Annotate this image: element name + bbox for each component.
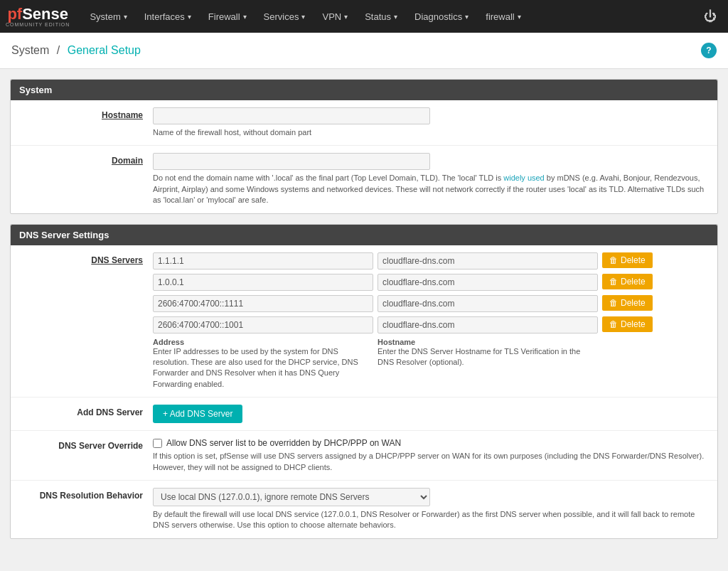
dns-servers-label: DNS Servers <box>11 252 153 390</box>
dns-servers-row: DNS Servers 🗑 Delete 🗑 <box>11 245 717 398</box>
nav-system-arrow: ▾ <box>124 13 127 21</box>
dns-addr-3[interactable] <box>153 316 373 333</box>
help-icon[interactable]: ? <box>701 43 717 58</box>
dns-server-row-0: 🗑 Delete <box>153 252 710 270</box>
system-section-header: System <box>11 80 717 100</box>
logo-pf: pfSense <box>7 6 68 22</box>
dns-server-row-3: 🗑 Delete <box>153 316 710 333</box>
dns-delete-2[interactable]: 🗑 Delete <box>602 295 653 311</box>
nav-status-arrow: ▾ <box>394 13 397 21</box>
dns-delete-1[interactable]: 🗑 Delete <box>602 274 653 289</box>
nav-interfaces[interactable]: Interfaces ▾ <box>136 0 200 33</box>
dns-delete-3[interactable]: 🗑 Delete <box>602 316 653 332</box>
nav-services[interactable]: Services ▾ <box>255 0 314 33</box>
nav-firewall-user[interactable]: firewall ▾ <box>477 0 529 33</box>
hostname-label: Hostname <box>11 107 153 138</box>
breadcrumb: System / General Setup <box>11 44 141 57</box>
dns-section: DNS Server Settings DNS Servers 🗑 Delete <box>10 224 718 539</box>
hostname-label-link[interactable]: Hostname <box>102 110 143 120</box>
dns-addr-1[interactable] <box>153 274 373 291</box>
dns-servers-content: 🗑 Delete 🗑 Delete <box>153 252 717 390</box>
logo: pfSense Community Edition <box>6 6 70 27</box>
dns-delete-0[interactable]: 🗑 Delete <box>602 252 653 268</box>
nav-diagnostics-arrow: ▾ <box>465 13 469 21</box>
dns-host-0[interactable] <box>378 252 598 270</box>
dns-resolution-select[interactable]: Use local DNS (127.0.0.1), ignore remote… <box>153 488 430 506</box>
dns-addr-0[interactable] <box>153 252 373 270</box>
nav-services-arrow: ▾ <box>301 13 305 21</box>
dns-host-1[interactable] <box>378 274 598 291</box>
domain-hint-highlight: widely used <box>503 174 544 182</box>
dns-resolution-row: DNS Resolution Behavior Use local DNS (1… <box>11 481 717 538</box>
system-section: System Hostname Name of the firewall hos… <box>10 79 718 214</box>
dns-override-checkbox[interactable] <box>153 439 162 448</box>
page-title: General Setup <box>68 44 141 56</box>
nav-firewall[interactable]: Firewall ▾ <box>200 0 255 33</box>
trash-icon-1: 🗑 <box>609 277 618 287</box>
trash-icon-2: 🗑 <box>609 298 618 308</box>
nav-vpn[interactable]: VPN ▾ <box>314 0 356 33</box>
dns-section-header: DNS Server Settings <box>11 225 717 245</box>
logo-sub: Community Edition <box>6 22 70 27</box>
add-dns-label: Add DNS Server <box>11 405 153 423</box>
addr-col-header: Address <box>153 338 373 346</box>
dns-resolution-hint: By default the firewall will use local D… <box>153 509 710 531</box>
nav-firewall-user-arrow: ▾ <box>518 13 521 21</box>
addr-col-hint: Enter IP addresses to be used by the sys… <box>153 346 373 390</box>
host-col-header: Hostname <box>378 338 598 346</box>
trash-icon-3: 🗑 <box>609 319 618 329</box>
dns-override-content: Allow DNS server list to be overridden b… <box>153 438 717 473</box>
dns-addr-2[interactable] <box>153 295 373 312</box>
add-dns-row: Add DNS Server + Add DNS Server <box>11 397 717 431</box>
nav-vpn-arrow: ▾ <box>344 13 348 21</box>
dns-resolution-content: Use local DNS (127.0.0.1), ignore remote… <box>153 488 717 531</box>
domain-label: Domain <box>11 153 153 206</box>
dns-col-headers: Address Enter IP addresses to be used by… <box>153 338 710 390</box>
dns-server-row-2: 🗑 Delete <box>153 295 710 312</box>
breadcrumb-parent[interactable]: System <box>11 44 49 56</box>
dns-host-3[interactable] <box>378 316 598 333</box>
domain-content: Do not end the domain name with '.local'… <box>153 153 717 206</box>
dns-override-long-hint: If this option is set, pfSense will use … <box>153 451 710 473</box>
dns-override-row: DNS Server Override Allow DNS server lis… <box>11 431 717 481</box>
breadcrumb-sep: / <box>57 44 60 56</box>
add-dns-button[interactable]: + Add DNS Server <box>153 405 242 423</box>
hostname-input[interactable] <box>153 107 430 124</box>
navbar: pfSense Community Edition System ▾ Inter… <box>0 0 728 33</box>
hostname-hint: Name of the firewall host, without domai… <box>153 127 710 138</box>
dns-servers-label-link[interactable]: DNS Servers <box>91 255 143 265</box>
domain-input[interactable] <box>153 153 430 170</box>
nav-diagnostics[interactable]: Diagnostics ▾ <box>406 0 477 33</box>
domain-hint: Do not end the domain name with '.local'… <box>153 173 710 206</box>
nav-system[interactable]: System ▾ <box>81 0 135 33</box>
add-dns-content: + Add DNS Server <box>153 405 717 423</box>
dns-server-row-1: 🗑 Delete <box>153 274 710 291</box>
dns-host-2[interactable] <box>378 295 598 312</box>
dns-override-hint: Allow DNS server list to be overridden b… <box>166 438 401 448</box>
nav-status[interactable]: Status ▾ <box>356 0 406 33</box>
breadcrumb-bar: System / General Setup ? <box>0 33 728 69</box>
trash-icon-0: 🗑 <box>609 255 618 265</box>
hostname-content: Name of the firewall host, without domai… <box>153 107 717 138</box>
host-col-hint: Enter the DNS Server Hostname for TLS Ve… <box>378 346 598 368</box>
domain-row: Domain Do not end the domain name with '… <box>11 146 717 213</box>
exit-button[interactable]: ⏻ <box>698 6 722 27</box>
dns-override-checkbox-label: Allow DNS server list to be overridden b… <box>153 438 710 448</box>
domain-label-link[interactable]: Domain <box>112 156 143 166</box>
dns-resolution-label: DNS Resolution Behavior <box>11 488 153 531</box>
nav-right: ⏻ <box>698 6 722 27</box>
dns-override-label: DNS Server Override <box>11 438 153 473</box>
nav-items: System ▾ Interfaces ▾ Firewall ▾ Service… <box>81 0 698 33</box>
nav-firewall-arrow: ▾ <box>243 13 247 21</box>
hostname-row: Hostname Name of the firewall host, with… <box>11 100 717 146</box>
main-content: System Hostname Name of the firewall hos… <box>0 69 728 559</box>
nav-interfaces-arrow: ▾ <box>188 13 191 21</box>
